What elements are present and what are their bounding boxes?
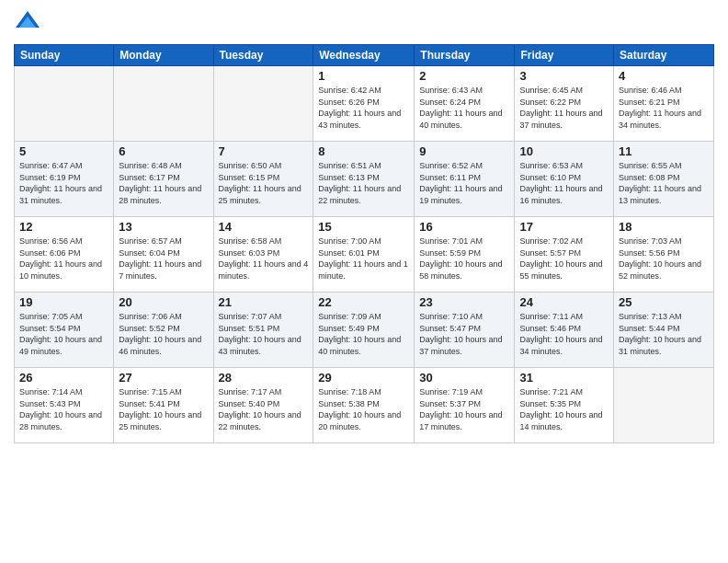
day-info: Sunrise: 6:45 AMSunset: 6:22 PMDaylight:… bbox=[519, 86, 602, 130]
day-info: Sunrise: 6:56 AMSunset: 6:06 PMDaylight:… bbox=[19, 236, 102, 281]
calendar-cell: 28 Sunrise: 7:17 AMSunset: 5:40 PMDaylig… bbox=[213, 368, 313, 443]
col-header-monday: Monday bbox=[114, 45, 213, 66]
day-number: 6 bbox=[119, 144, 208, 158]
calendar-cell bbox=[114, 66, 213, 142]
calendar-week-3: 12 Sunrise: 6:56 AMSunset: 6:06 PMDaylig… bbox=[15, 217, 714, 293]
day-number: 21 bbox=[219, 295, 309, 309]
day-number: 19 bbox=[19, 295, 108, 309]
calendar-cell: 6 Sunrise: 6:48 AMSunset: 6:17 PMDayligh… bbox=[114, 142, 213, 217]
calendar-cell: 25 Sunrise: 7:13 AMSunset: 5:44 PMDaylig… bbox=[614, 293, 714, 368]
logo-icon bbox=[14, 9, 41, 37]
col-header-wednesday: Wednesday bbox=[313, 45, 415, 66]
day-number: 14 bbox=[219, 220, 309, 234]
calendar-cell: 1 Sunrise: 6:42 AMSunset: 6:26 PMDayligh… bbox=[313, 66, 415, 142]
day-info: Sunrise: 6:52 AMSunset: 6:11 PMDaylight:… bbox=[419, 161, 502, 205]
day-number: 1 bbox=[318, 69, 409, 83]
calendar-cell: 15 Sunrise: 7:00 AMSunset: 6:01 PMDaylig… bbox=[313, 217, 415, 293]
day-info: Sunrise: 6:46 AMSunset: 6:21 PMDaylight:… bbox=[619, 86, 701, 130]
day-info: Sunrise: 6:50 AMSunset: 6:15 PMDaylight:… bbox=[219, 161, 301, 205]
calendar-cell: 23 Sunrise: 7:10 AMSunset: 5:47 PMDaylig… bbox=[415, 293, 515, 368]
day-info: Sunrise: 6:58 AMSunset: 6:03 PMDaylight:… bbox=[219, 236, 309, 281]
calendar-cell: 11 Sunrise: 6:55 AMSunset: 6:08 PMDaylig… bbox=[614, 142, 714, 217]
day-number: 3 bbox=[519, 69, 609, 83]
day-number: 20 bbox=[119, 295, 208, 309]
day-number: 29 bbox=[318, 371, 409, 385]
calendar-week-5: 26 Sunrise: 7:14 AMSunset: 5:43 PMDaylig… bbox=[15, 368, 714, 443]
day-info: Sunrise: 7:18 AMSunset: 5:38 PMDaylight:… bbox=[318, 387, 401, 431]
page: SundayMondayTuesdayWednesdayThursdayFrid… bbox=[0, 0, 728, 563]
header bbox=[14, 9, 714, 37]
calendar-cell: 30 Sunrise: 7:19 AMSunset: 5:37 PMDaylig… bbox=[415, 368, 515, 443]
day-number: 22 bbox=[318, 295, 409, 309]
day-number: 9 bbox=[419, 144, 509, 158]
day-info: Sunrise: 6:42 AMSunset: 6:26 PMDaylight:… bbox=[318, 86, 401, 130]
day-number: 10 bbox=[519, 144, 609, 158]
calendar-cell: 7 Sunrise: 6:50 AMSunset: 6:15 PMDayligh… bbox=[213, 142, 313, 217]
day-number: 31 bbox=[519, 371, 609, 385]
day-number: 13 bbox=[119, 220, 208, 234]
calendar-cell: 8 Sunrise: 6:51 AMSunset: 6:13 PMDayligh… bbox=[313, 142, 415, 217]
logo bbox=[14, 9, 43, 37]
col-header-thursday: Thursday bbox=[415, 45, 515, 66]
calendar-cell: 22 Sunrise: 7:09 AMSunset: 5:49 PMDaylig… bbox=[313, 293, 415, 368]
calendar-cell: 21 Sunrise: 7:07 AMSunset: 5:51 PMDaylig… bbox=[213, 293, 313, 368]
day-number: 4 bbox=[619, 69, 709, 83]
calendar-cell: 18 Sunrise: 7:03 AMSunset: 5:56 PMDaylig… bbox=[614, 217, 714, 293]
col-header-sunday: Sunday bbox=[15, 45, 114, 66]
day-number: 7 bbox=[219, 144, 309, 158]
day-number: 17 bbox=[519, 220, 609, 234]
day-info: Sunrise: 7:10 AMSunset: 5:47 PMDaylight:… bbox=[419, 312, 502, 356]
calendar-cell: 29 Sunrise: 7:18 AMSunset: 5:38 PMDaylig… bbox=[313, 368, 415, 443]
calendar-week-4: 19 Sunrise: 7:05 AMSunset: 5:54 PMDaylig… bbox=[15, 293, 714, 368]
day-info: Sunrise: 6:47 AMSunset: 6:19 PMDaylight:… bbox=[19, 161, 102, 205]
day-number: 2 bbox=[419, 69, 509, 83]
calendar-cell: 4 Sunrise: 6:46 AMSunset: 6:21 PMDayligh… bbox=[614, 66, 714, 142]
day-number: 23 bbox=[419, 295, 509, 309]
day-number: 27 bbox=[119, 371, 208, 385]
day-info: Sunrise: 7:21 AMSunset: 5:35 PMDaylight:… bbox=[519, 387, 602, 431]
day-info: Sunrise: 6:51 AMSunset: 6:13 PMDaylight:… bbox=[318, 161, 401, 205]
day-info: Sunrise: 7:11 AMSunset: 5:46 PMDaylight:… bbox=[519, 312, 602, 356]
day-info: Sunrise: 7:17 AMSunset: 5:40 PMDaylight:… bbox=[219, 387, 301, 431]
day-number: 28 bbox=[219, 371, 309, 385]
day-number: 16 bbox=[419, 220, 509, 234]
day-number: 5 bbox=[19, 144, 108, 158]
col-header-saturday: Saturday bbox=[614, 45, 714, 66]
calendar-cell: 16 Sunrise: 7:01 AMSunset: 5:59 PMDaylig… bbox=[415, 217, 515, 293]
day-number: 15 bbox=[318, 220, 409, 234]
calendar-cell: 2 Sunrise: 6:43 AMSunset: 6:24 PMDayligh… bbox=[415, 66, 515, 142]
day-info: Sunrise: 7:00 AMSunset: 6:01 PMDaylight:… bbox=[318, 236, 408, 281]
calendar-cell: 14 Sunrise: 6:58 AMSunset: 6:03 PMDaylig… bbox=[213, 217, 313, 293]
day-number: 26 bbox=[19, 371, 108, 385]
calendar-cell: 26 Sunrise: 7:14 AMSunset: 5:43 PMDaylig… bbox=[15, 368, 114, 443]
day-number: 12 bbox=[19, 220, 108, 234]
col-header-tuesday: Tuesday bbox=[213, 45, 313, 66]
day-info: Sunrise: 6:57 AMSunset: 6:04 PMDaylight:… bbox=[119, 236, 201, 281]
day-info: Sunrise: 7:03 AMSunset: 5:56 PMDaylight:… bbox=[619, 236, 701, 281]
day-info: Sunrise: 7:15 AMSunset: 5:41 PMDaylight:… bbox=[119, 387, 201, 431]
day-number: 18 bbox=[619, 220, 709, 234]
day-info: Sunrise: 7:07 AMSunset: 5:51 PMDaylight:… bbox=[219, 312, 301, 356]
day-info: Sunrise: 7:09 AMSunset: 5:49 PMDaylight:… bbox=[318, 312, 401, 356]
calendar-cell: 20 Sunrise: 7:06 AMSunset: 5:52 PMDaylig… bbox=[114, 293, 213, 368]
calendar-week-2: 5 Sunrise: 6:47 AMSunset: 6:19 PMDayligh… bbox=[15, 142, 714, 217]
calendar-cell: 31 Sunrise: 7:21 AMSunset: 5:35 PMDaylig… bbox=[515, 368, 614, 443]
calendar-cell bbox=[15, 66, 114, 142]
calendar-cell: 5 Sunrise: 6:47 AMSunset: 6:19 PMDayligh… bbox=[15, 142, 114, 217]
day-number: 30 bbox=[419, 371, 509, 385]
calendar-cell: 19 Sunrise: 7:05 AMSunset: 5:54 PMDaylig… bbox=[15, 293, 114, 368]
calendar-cell: 13 Sunrise: 6:57 AMSunset: 6:04 PMDaylig… bbox=[114, 217, 213, 293]
calendar-cell bbox=[614, 368, 714, 443]
day-info: Sunrise: 6:53 AMSunset: 6:10 PMDaylight:… bbox=[519, 161, 602, 205]
calendar-cell: 17 Sunrise: 7:02 AMSunset: 5:57 PMDaylig… bbox=[515, 217, 614, 293]
day-info: Sunrise: 7:02 AMSunset: 5:57 PMDaylight:… bbox=[519, 236, 602, 281]
day-info: Sunrise: 6:48 AMSunset: 6:17 PMDaylight:… bbox=[119, 161, 201, 205]
calendar-cell: 9 Sunrise: 6:52 AMSunset: 6:11 PMDayligh… bbox=[415, 142, 515, 217]
day-number: 25 bbox=[619, 295, 709, 309]
day-info: Sunrise: 7:06 AMSunset: 5:52 PMDaylight:… bbox=[119, 312, 201, 356]
day-number: 11 bbox=[619, 144, 709, 158]
day-number: 24 bbox=[519, 295, 609, 309]
day-info: Sunrise: 7:19 AMSunset: 5:37 PMDaylight:… bbox=[419, 387, 502, 431]
day-info: Sunrise: 7:14 AMSunset: 5:43 PMDaylight:… bbox=[19, 387, 102, 431]
calendar-cell: 24 Sunrise: 7:11 AMSunset: 5:46 PMDaylig… bbox=[515, 293, 614, 368]
